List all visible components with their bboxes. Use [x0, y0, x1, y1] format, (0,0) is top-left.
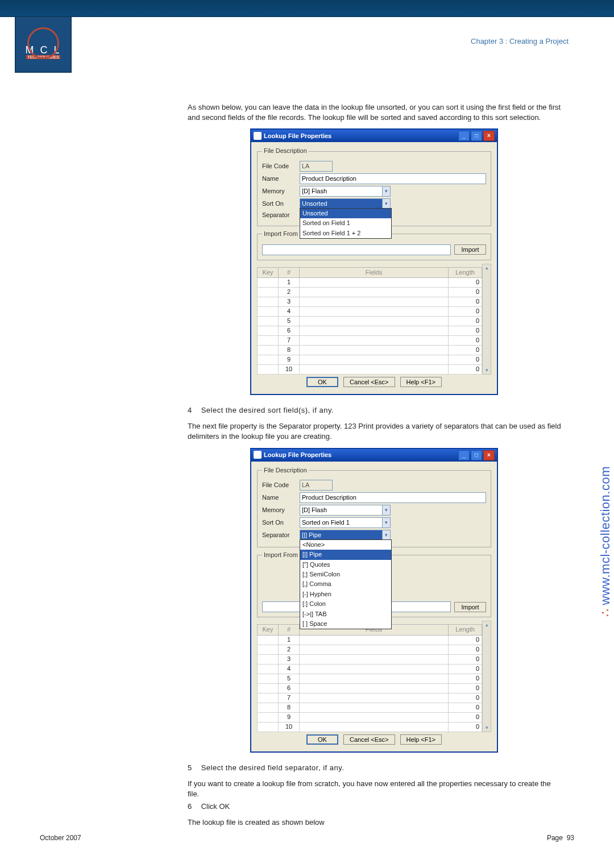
file-description-legend: File Description	[262, 147, 309, 155]
import-from-legend: Import From	[262, 551, 300, 559]
chevron-down-icon[interactable]: ▾	[382, 186, 391, 197]
ok-button[interactable]: OK	[306, 734, 338, 745]
col-num[interactable]: #	[279, 625, 300, 635]
maximize-button[interactable]: □	[471, 131, 482, 141]
option-comma[interactable]: [,] Comma	[300, 579, 391, 589]
table-row: 30	[258, 654, 482, 664]
paragraph-create: If you want to create a lookup file from…	[188, 779, 563, 799]
table-row: 80	[258, 345, 482, 355]
option-hyphen[interactable]: [-] Hyphen	[300, 589, 391, 599]
option-pipe[interactable]: [|] Pipe	[300, 550, 391, 559]
chevron-down-icon[interactable]: ▾	[382, 505, 391, 516]
window-title: Lookup File Properties	[264, 451, 331, 459]
option-sorted-1[interactable]: Sorted on Field 1	[300, 218, 391, 228]
col-key[interactable]: Key	[258, 625, 279, 635]
label-memory: Memory	[262, 187, 300, 196]
footer-page: Page 93	[547, 834, 574, 842]
option-colon[interactable]: [:] Colon	[300, 599, 391, 609]
bullet-icon: ∴	[598, 609, 612, 617]
step5-number: 5	[188, 763, 199, 773]
label-name: Name	[262, 493, 300, 502]
fields-table[interactable]: Key # Fields Length 10 20 30 40 50 60 70…	[257, 624, 482, 732]
maximize-button[interactable]: □	[471, 450, 482, 460]
table-row: 100	[258, 722, 482, 732]
close-button[interactable]: ×	[483, 131, 495, 141]
file-description-legend: File Description	[262, 466, 309, 475]
chapter-heading: Chapter 3 : Creating a Project	[471, 37, 569, 45]
col-fields[interactable]: Fields	[300, 267, 449, 277]
filecode-field[interactable]	[300, 161, 333, 172]
import-from-legend: Import From	[262, 230, 300, 238]
label-memory: Memory	[262, 506, 300, 514]
titlebar[interactable]: Lookup File Properties _ □ ×	[251, 449, 497, 462]
footer-date: October 2007	[40, 834, 81, 842]
table-row: 40	[258, 306, 482, 316]
table-row: 80	[258, 703, 482, 712]
table-row: 50	[258, 674, 482, 683]
import-path-field[interactable]	[262, 244, 451, 255]
label-name: Name	[262, 175, 300, 183]
label-filecode: File Code	[262, 162, 300, 171]
step6-text: Click OK	[201, 802, 230, 811]
step4-text: Select the desired sort field(s), if any…	[201, 406, 334, 414]
table-row: 20	[258, 645, 482, 654]
import-button[interactable]: Import	[454, 602, 486, 612]
label-separator: Separator	[262, 211, 300, 219]
ok-button[interactable]: OK	[306, 377, 338, 387]
top-bar	[0, 0, 614, 17]
option-sorted-12[interactable]: Sorted on Field 1 + 2	[300, 229, 391, 238]
file-description-group: File Description File Code Name Memory ▾	[257, 147, 491, 226]
filecode-field[interactable]	[300, 480, 333, 491]
col-length[interactable]: Length	[449, 267, 482, 277]
option-tab[interactable]: [->|] TAB	[300, 609, 391, 619]
table-row: 70	[258, 693, 482, 703]
table-row: 90	[258, 712, 482, 722]
intro-paragraph: As shown below, you can leave the data i…	[188, 102, 563, 123]
memory-dropdown[interactable]: ▾	[300, 186, 391, 197]
sorton-dropdown[interactable]: ▾	[300, 517, 391, 528]
paragraph-result: The lookup file is created as shown belo…	[188, 817, 563, 828]
name-field[interactable]	[300, 492, 486, 503]
minimize-button[interactable]: _	[458, 450, 470, 460]
import-button[interactable]: Import	[454, 244, 486, 255]
memory-dropdown[interactable]: ▾	[300, 505, 391, 516]
label-sorton: Sort On	[262, 200, 300, 208]
table-row: 20	[258, 287, 482, 297]
col-num[interactable]: #	[279, 267, 300, 277]
table-row: 10	[258, 635, 482, 645]
separator-options[interactable]: <None> [|] Pipe ["] Quotes [;] SemiColon…	[300, 539, 392, 630]
file-description-group: File Description File Code Name Memory ▾	[257, 466, 491, 547]
name-field[interactable]	[300, 173, 486, 184]
cancel-button[interactable]: Cancel <Esc>	[343, 734, 395, 745]
fields-table[interactable]: Key # Fields Length 10 20 30 40 50 60 70…	[257, 267, 482, 375]
option-unsorted[interactable]: Unsorted	[300, 209, 391, 218]
lookup-dialog-separator: Lookup File Properties _ □ × File Descri…	[250, 448, 498, 753]
chevron-down-icon[interactable]: ▾	[382, 517, 391, 528]
scrollbar[interactable]: ▴▾	[482, 264, 491, 375]
option-semicolon[interactable]: [;] SemiColon	[300, 570, 391, 579]
table-row: 100	[258, 364, 482, 374]
table-row: 50	[258, 316, 482, 326]
close-button[interactable]: ×	[483, 450, 495, 460]
option-none[interactable]: <None>	[300, 540, 391, 550]
step5-text: Select the desired field separator, if a…	[201, 763, 345, 772]
option-quotes[interactable]: ["] Quotes	[300, 560, 391, 570]
step6-number: 6	[188, 801, 199, 812]
mcl-logo: M C L TECHNOLOGIES	[15, 16, 72, 73]
col-length[interactable]: Length	[449, 625, 482, 635]
table-row: 10	[258, 277, 482, 287]
table-row: 60	[258, 683, 482, 693]
cancel-button[interactable]: Cancel <Esc>	[343, 377, 395, 387]
col-key[interactable]: Key	[258, 267, 279, 277]
help-button[interactable]: Help <F1>	[400, 734, 442, 745]
option-space[interactable]: [ ] Space	[300, 619, 391, 629]
logo-ring-icon	[27, 27, 59, 59]
scrollbar[interactable]: ▴▾	[482, 621, 491, 732]
titlebar[interactable]: Lookup File Properties _ □ ×	[251, 130, 497, 142]
window-icon	[254, 451, 262, 459]
label-separator: Separator	[262, 531, 300, 539]
help-button[interactable]: Help <F1>	[400, 377, 442, 387]
window-title: Lookup File Properties	[264, 132, 331, 140]
minimize-button[interactable]: _	[458, 131, 470, 141]
sorton-options[interactable]: Unsorted Sorted on Field 1 Sorted on Fie…	[300, 208, 392, 239]
